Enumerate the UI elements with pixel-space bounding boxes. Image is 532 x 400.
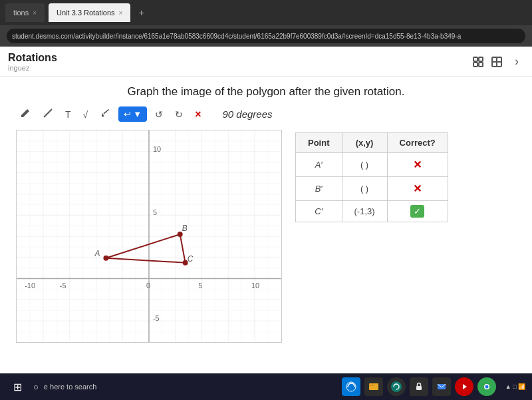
svg-rect-2 (473, 63, 477, 67)
sqrt-tool-label: √ (83, 109, 88, 120)
taskbar: ⊞ ○ e here to search ▲ □ 📶 (0, 373, 532, 400)
undo-tool[interactable]: ↺ (151, 106, 167, 122)
tab-inactive[interactable]: tions × (5, 3, 45, 22)
tab-inactive-close[interactable]: × (33, 9, 37, 17)
search-icon-taskbar: ○ (33, 382, 39, 392)
text-tool[interactable]: T (61, 106, 75, 122)
svg-text:0: 0 (146, 282, 150, 290)
expand-button[interactable] (472, 56, 484, 68)
point-c-label: C (188, 254, 194, 264)
close-tool[interactable]: × (191, 106, 205, 123)
question-text: Graph the image of the polygon after the… (128, 85, 405, 99)
graph-container[interactable]: -10 -5 0 5 10 10 5 -5 (16, 130, 282, 343)
tab-active[interactable]: Unit 3.3 Rotations × (49, 3, 130, 22)
tab-active-label: Unit 3.3 Rotations (57, 9, 114, 17)
col-correct: Correct? (387, 133, 448, 153)
taskbar-explorer-icon[interactable] (364, 377, 383, 396)
line-tool[interactable] (39, 105, 57, 123)
svg-rect-3 (479, 63, 483, 67)
paint-tool[interactable] (96, 105, 114, 123)
svg-rect-60 (416, 386, 422, 390)
svg-rect-58 (369, 385, 374, 386)
page-subtitle: inguez (8, 64, 57, 72)
table-row: C′ (-1,3) ✓ (296, 201, 448, 222)
svg-text:-10: -10 (25, 282, 35, 290)
table-row: B′ ( ) ✕ (296, 177, 448, 201)
point-b-label: B (182, 224, 188, 233)
svg-point-59 (391, 381, 402, 392)
browser-chrome: tions × Unit 3.3 Rotations × + (0, 0, 532, 25)
svg-rect-1 (479, 57, 483, 61)
windows-start-button[interactable]: ⊞ (7, 376, 28, 397)
svg-text:5: 5 (153, 208, 157, 216)
svg-text:-5: -5 (153, 314, 160, 322)
page-title: Rotations (8, 52, 57, 64)
point-a-label: A (94, 249, 100, 258)
answer-table-container: Point (x,y) Correct? A′ ( ) ✕ B′ ( ) ✕ (295, 130, 448, 222)
col-xy: (x,y) (342, 133, 387, 153)
taskbar-icons: ▲ □ 📶 (342, 377, 525, 396)
app-header: Rotations inguez › (0, 47, 532, 77)
row1-point: A′ (296, 153, 342, 177)
active-tool-dropdown: ▼ (133, 109, 142, 119)
row1-value[interactable]: ( ) (342, 153, 387, 177)
url-text: student.desmos.com/activitybuilder/insta… (12, 33, 461, 40)
pencil-tool[interactable] (16, 105, 35, 123)
content-area: -10 -5 0 5 10 10 5 -5 (11, 130, 521, 343)
row1-status: ✕ (387, 153, 448, 177)
new-tab-button[interactable]: + (134, 7, 148, 18)
redo-tool[interactable]: ↻ (171, 106, 187, 122)
tab-inactive-label: tions (13, 9, 29, 17)
row3-value: (-1,3) (342, 201, 387, 222)
answer-table: Point (x,y) Correct? A′ ( ) ✕ B′ ( ) ✕ (295, 132, 448, 222)
grid-button[interactable] (491, 56, 503, 68)
active-tool[interactable]: ↩ ▼ (118, 106, 147, 122)
svg-rect-57 (369, 383, 378, 390)
svg-text:5: 5 (199, 282, 203, 290)
status-check-icon: ✓ (410, 205, 424, 218)
taskbar-chrome-icon[interactable] (477, 377, 496, 396)
taskbar-search-text[interactable]: e here to search (44, 383, 97, 391)
table-row: A′ ( ) ✕ (296, 153, 448, 177)
main-content: Graph the image of the polygon after the… (0, 77, 532, 373)
sqrt-tool[interactable]: √ (79, 106, 92, 122)
polygon-shape (106, 234, 185, 263)
tab-active-close[interactable]: × (119, 9, 123, 17)
svg-rect-0 (473, 57, 477, 61)
taskbar-youtube-icon[interactable] (455, 377, 473, 396)
svg-line-7 (44, 109, 52, 117)
row2-status: ✕ (387, 177, 448, 201)
row2-value[interactable]: ( ) (342, 177, 387, 201)
toolbar: T √ ↩ ▼ ↺ ↻ × 90 degrees (11, 105, 521, 123)
point-a-dot (103, 256, 108, 261)
col-point: Point (296, 133, 342, 153)
status-x-icon-2: ✕ (413, 183, 422, 194)
svg-text:10: 10 (251, 282, 259, 290)
address-input[interactable]: student.desmos.com/activitybuilder/insta… (7, 29, 525, 43)
text-tool-label: T (65, 109, 71, 120)
row2-point: B′ (296, 177, 342, 201)
status-x-icon: ✕ (413, 159, 422, 170)
rotation-label: 90 degrees (222, 108, 272, 120)
address-bar: student.desmos.com/activitybuilder/insta… (0, 25, 532, 47)
nav-forward-button[interactable]: › (509, 52, 524, 71)
taskbar-lock-icon[interactable] (410, 377, 428, 396)
active-tool-icon: ↩ (124, 109, 131, 119)
taskbar-edge-icon[interactable] (342, 377, 360, 396)
svg-point-66 (485, 385, 488, 389)
system-tray: ▲ □ 📶 (505, 383, 525, 390)
row3-status: ✓ (387, 201, 448, 222)
svg-text:10: 10 (153, 145, 161, 153)
svg-text:-5: -5 (60, 282, 66, 290)
row3-point: C′ (296, 201, 342, 222)
taskbar-mail-icon[interactable] (432, 377, 451, 396)
header-icons: › (472, 52, 524, 71)
taskbar-edge-new-icon[interactable] (387, 377, 406, 396)
